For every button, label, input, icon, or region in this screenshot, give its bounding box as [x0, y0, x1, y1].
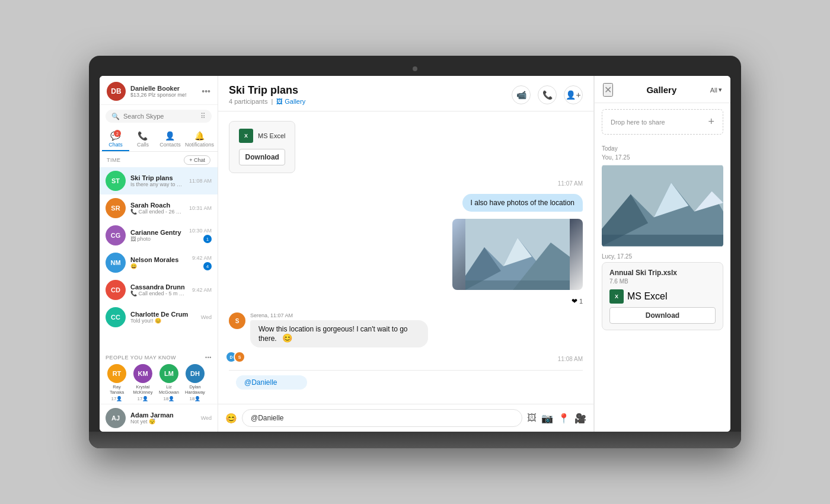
person-count-ray-tanaka: 17👤: [111, 396, 123, 401]
grid-icon[interactable]: ⠿: [200, 112, 206, 120]
person-name-krystal-mckinney: Krystal McKinney: [132, 384, 154, 395]
gallery-link[interactable]: 🖼 Gallery: [276, 98, 305, 105]
location-button[interactable]: 📍: [558, 413, 570, 424]
gallery-panel: ✕ Gallery All ▾ Drop here to share + Tod…: [594, 76, 730, 432]
tab-notifications-label: Notifications: [185, 142, 214, 148]
chat-name-cassandra-drunn: Cassandra Drunn: [130, 283, 187, 291]
chat-preview-charlotte-de-crum: Told you!! 😊: [130, 318, 196, 324]
gallery-mountain-image[interactable]: [602, 164, 723, 247]
outgoing-text: I also have photos of the location: [471, 199, 574, 207]
gallery-header-right: All ▾: [710, 86, 722, 94]
chat-time-adam-jarman: Wed: [201, 415, 212, 421]
chat-item-charlotte-de-crum[interactable]: CC Charlotte De Crum Told you!! 😊 Wed: [100, 304, 218, 331]
tab-chats-label: Chats: [108, 142, 123, 148]
camera-button[interactable]: 📷: [541, 413, 553, 424]
chat-info-cassandra-drunn: Cassandra Drunn 📞 Call ended - 5 m 47 s: [130, 283, 187, 296]
chat-time-cassandra-drunn: 9:42 AM: [192, 287, 212, 293]
chat-name-sarah-roach: Sarah Roach: [130, 202, 184, 209]
chat-avatar-charlotte-de-crum: CC: [106, 307, 126, 327]
chat-meta-ski-trip: 11:08 AM: [189, 178, 212, 184]
image-upload-button[interactable]: 🖼: [527, 413, 537, 423]
chat-name-ski-trip: Ski Trip plans: [130, 174, 184, 181]
drop-text: Drop here to share: [611, 119, 665, 126]
tab-contacts-label: Contacts: [159, 142, 181, 148]
laptop-camera: [413, 66, 417, 71]
video-call-button[interactable]: 📹: [512, 85, 531, 104]
chat-title: Ski Trip plans: [229, 84, 305, 97]
chat-preview-carianne-gentry: 🖼 photo: [130, 236, 184, 242]
tab-notifications[interactable]: 🔔 Notifications: [184, 127, 215, 151]
chat-meta-charlotte-de-crum: Wed: [201, 314, 212, 320]
message-input[interactable]: [242, 409, 522, 427]
gallery-excel-icon: X: [609, 289, 624, 304]
chat-item-adam-jarman[interactable]: AJ Adam Jarman Not yet 😴 Wed: [100, 404, 218, 432]
person-item-dylan-hardaway[interactable]: DH Dylan Hardaway 18👤: [184, 364, 206, 401]
contacts-icon: 👤: [165, 131, 175, 141]
participants-label: 4 participants: [229, 98, 267, 105]
search-icon: 🔍: [111, 113, 120, 120]
chevron-down-icon: ▾: [719, 86, 722, 94]
drop-zone[interactable]: Drop here to share +: [602, 109, 723, 135]
chat-preview-nelson-morales: 😄: [130, 263, 187, 269]
download-button[interactable]: Download: [239, 149, 285, 165]
people-label: PEOPLE YOU MAY KNOW •••: [106, 355, 212, 361]
chat-item-carianne-gentry[interactable]: CG Carianne Gentry 🖼 photo 10:30 AM 1: [100, 222, 218, 249]
incoming-bubble: Wow this location is gorgeous! I can't w…: [250, 320, 428, 347]
people-more-btn[interactable]: •••: [205, 355, 212, 361]
person-item-krystal-mckinney[interactable]: KM Krystal McKinney 17👤: [132, 364, 154, 401]
chat-item-ski-trip[interactable]: ST Ski Trip plans Is there any way to pi…: [100, 167, 218, 194]
chat-time-nelson-morales: 9:42 AM: [192, 255, 212, 261]
file-message: X MS Excel Download: [229, 121, 295, 173]
chat-info-adam-jarman: Adam Jarman Not yet 😴: [130, 412, 196, 425]
chat-item-cassandra-drunn[interactable]: CD Cassandra Drunn 📞 Call ended - 5 m 47…: [100, 276, 218, 304]
gallery-filter-button[interactable]: All ▾: [710, 86, 722, 94]
svg-rect-6: [465, 280, 570, 290]
new-chat-button[interactable]: + Chat: [184, 155, 210, 165]
tab-chats[interactable]: 💬 Chats 2: [102, 127, 129, 151]
voice-call-button[interactable]: 📞: [538, 85, 557, 104]
reaction-emoji: ❤: [572, 297, 577, 305]
mention-chip[interactable]: @Danielle: [236, 375, 307, 390]
notifications-icon: 🔔: [194, 131, 205, 141]
reply-time: 11:08 AM: [558, 356, 583, 362]
gallery-sub-you: You, 17.25: [602, 154, 723, 161]
emoji-reaction-button[interactable]: 😊: [282, 333, 292, 343]
chat-preview-adam-jarman: Not yet 😴: [130, 419, 196, 425]
chats-badge: 2: [114, 130, 121, 137]
person-item-ray-tanaka[interactable]: RT Ray Tanaka 17👤: [106, 364, 128, 401]
gallery-content: Today You, 17.25 Lucy, 17.25 Annual Ski …: [595, 141, 730, 432]
more-options-button[interactable]: •••: [202, 87, 210, 96]
reply-row: D S 11:08 AM: [229, 355, 583, 363]
tab-calls[interactable]: 📞 Calls: [129, 127, 157, 151]
incoming-time: 11:07 AM: [270, 312, 293, 318]
reply-avatars: D S: [229, 351, 245, 363]
tab-contacts[interactable]: 👤 Contacts: [157, 127, 184, 151]
add-participant-button[interactable]: 👤+: [564, 85, 583, 104]
section-header-time: TIME + Chat: [100, 152, 218, 167]
gallery-close-button[interactable]: ✕: [603, 83, 613, 97]
chat-item-nelson-morales[interactable]: NM Nelson Morales 😄 9:42 AM 4: [100, 249, 218, 276]
gallery-header: ✕ Gallery All ▾: [595, 76, 730, 103]
chat-info-charlotte-de-crum: Charlotte De Crum Told you!! 😊: [130, 311, 196, 324]
incoming-avatar: S: [229, 312, 245, 329]
person-item-liz-mcgowan[interactable]: LM Liz McGowan 18👤: [158, 364, 180, 401]
chat-time-ski-trip: 11:08 AM: [189, 178, 212, 184]
chat-item-sarah-roach[interactable]: SR Sarah Roach 📞 Call ended - 26 m 23 s …: [100, 194, 218, 222]
chat-preview-cassandra-drunn: 📞 Call ended - 5 m 47 s: [130, 291, 187, 296]
file-card-header: X MS Excel: [239, 129, 285, 143]
emoji-picker-button[interactable]: 😊: [225, 413, 237, 424]
laptop-base: [89, 432, 741, 448]
video-button[interactable]: 🎥: [574, 413, 586, 424]
gallery-title: Gallery: [646, 85, 676, 95]
sidebar: DB Danielle Booker $13,26 Plz sponsor me…: [100, 76, 218, 432]
chat-info-sarah-roach: Sarah Roach 📞 Call ended - 26 m 23 s: [130, 202, 184, 215]
chat-badge-carianne-gentry: 1: [203, 235, 212, 243]
outgoing-text-bubble: I also have photos of the location: [462, 194, 583, 212]
chat-time-charlotte-de-crum: Wed: [201, 314, 212, 320]
chat-header-left: Ski Trip plans 4 participants | 🖼 Galler…: [229, 84, 305, 105]
search-input[interactable]: [123, 113, 197, 120]
incoming-meta: Serena, 11:07 AM: [250, 312, 583, 318]
gallery-file-size: 7.6 MB: [609, 278, 716, 285]
mention-at: @: [244, 378, 251, 387]
gallery-download-button[interactable]: Download: [609, 307, 716, 324]
